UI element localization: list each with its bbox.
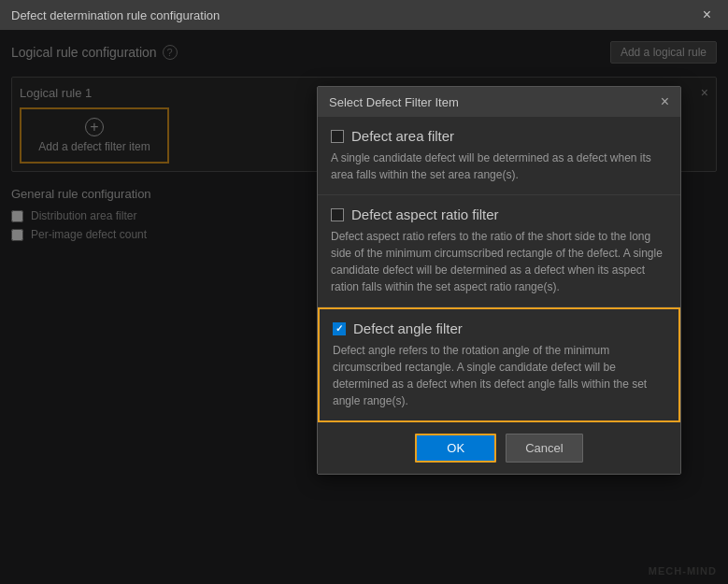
defect-area-filter-desc: A single candidate defect will be determ… xyxy=(331,150,667,183)
cancel-button[interactable]: Cancel xyxy=(506,434,582,463)
select-defect-filter-modal: Select Defect Filter Item × Defect area … xyxy=(317,86,681,475)
modal-body: Defect area filter A single candidate de… xyxy=(318,117,680,422)
modal-overlay: Select Defect Filter Item × Defect area … xyxy=(0,30,728,584)
defect-area-filter-title: Defect area filter xyxy=(351,128,454,144)
main-window: Defect determination rule configuration … xyxy=(0,0,728,584)
modal-footer: OK Cancel xyxy=(318,422,680,474)
ok-button[interactable]: OK xyxy=(415,434,496,463)
modal-close-button[interactable]: × xyxy=(661,93,669,110)
defect-angle-filter-header: Defect angle filter xyxy=(333,320,665,336)
defect-angle-filter-checkbox[interactable] xyxy=(333,322,346,335)
modal-title-bar: Select Defect Filter Item × xyxy=(318,87,680,117)
defect-aspect-ratio-filter-checkbox[interactable] xyxy=(331,208,344,221)
defect-aspect-ratio-filter-title: Defect aspect ratio filter xyxy=(351,207,499,222)
main-content: Logical rule configuration ? Add a logic… xyxy=(0,30,728,584)
main-title-bar: Defect determination rule configuration … xyxy=(0,0,728,30)
defect-aspect-ratio-filter-desc: Defect aspect ratio refers to the ratio … xyxy=(331,228,667,295)
defect-angle-filter-item: Defect angle filter Defect angle refers … xyxy=(318,307,680,422)
main-close-button[interactable]: × xyxy=(697,4,717,26)
defect-area-filter-item: Defect area filter A single candidate de… xyxy=(318,117,680,195)
defect-area-filter-checkbox[interactable] xyxy=(331,130,344,143)
modal-title: Select Defect Filter Item xyxy=(329,95,459,109)
defect-aspect-ratio-filter-item: Defect aspect ratio filter Defect aspect… xyxy=(318,195,680,307)
main-window-title: Defect determination rule configuration xyxy=(11,8,220,22)
defect-area-filter-header: Defect area filter xyxy=(331,128,667,144)
defect-aspect-ratio-filter-header: Defect aspect ratio filter xyxy=(331,207,667,222)
defect-angle-filter-desc: Defect angle refers to the rotation angl… xyxy=(333,342,665,409)
defect-angle-filter-title: Defect angle filter xyxy=(353,320,463,336)
